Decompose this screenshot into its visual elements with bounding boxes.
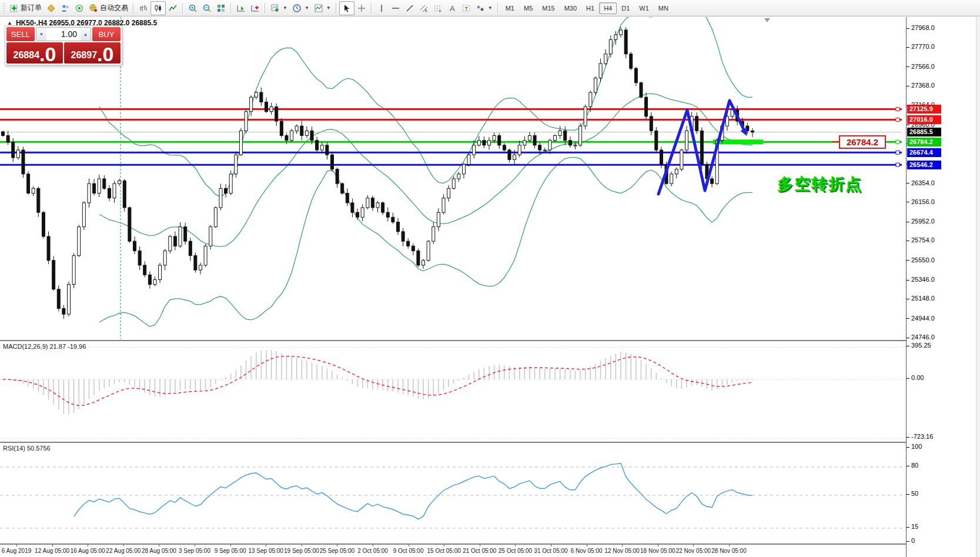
volume-decrease-button[interactable]: ▼ [36, 28, 46, 41]
timeframe-m5-button[interactable]: M5 [519, 2, 537, 14]
candle-down [62, 308, 65, 314]
candle-up [98, 179, 101, 193]
cursor-button[interactable] [339, 1, 354, 15]
timeframe-m15-button[interactable]: M15 [537, 2, 559, 14]
trendline-button[interactable] [403, 2, 417, 15]
arrows-button[interactable]: ▼ [473, 2, 495, 15]
text-button[interactable]: A [445, 2, 459, 15]
text-label-button[interactable]: T [459, 2, 473, 15]
price-axis-tick: 26354.0 [907, 179, 935, 186]
signals-button[interactable] [72, 2, 86, 15]
tile-windows-button[interactable] [214, 2, 228, 15]
price-level-label: 26546.2 [907, 161, 941, 169]
candle-down [275, 107, 278, 121]
timeframe-w1-button[interactable]: W1 [634, 2, 654, 14]
line-endpoint-marker[interactable] [896, 140, 899, 144]
buy-price-display[interactable]: 26897.0 [64, 42, 121, 64]
new-chart-dropdown-icon[interactable]: ▼ [283, 5, 287, 11]
line-endpoint-marker[interactable] [896, 163, 899, 166]
time-axis-label: 22 Nov 05:00 [676, 548, 711, 554]
rsi-axis-tick: 50 [907, 490, 918, 497]
autotrading-label: 自动交易 [100, 3, 128, 13]
vertical-line-button[interactable] [374, 2, 389, 15]
sell-price-display[interactable]: 26884.0 [6, 42, 63, 64]
candle-down [189, 241, 192, 255]
candle-up [214, 208, 217, 227]
chart-shift-marker[interactable] [764, 18, 770, 22]
arrows-dropdown-icon[interactable]: ▼ [488, 5, 493, 11]
crosshair-button[interactable] [354, 2, 369, 15]
price-axis[interactable]: 27968.027770.027566.027368.027164.026960… [906, 17, 980, 557]
new-chart-button[interactable]: ▼ [268, 2, 290, 15]
time-axis-label: 18 Nov 05:00 [640, 548, 675, 554]
candlestick-chart-button[interactable] [150, 1, 166, 15]
candle-down [568, 141, 571, 145]
candlestick-chart-canvas[interactable] [0, 17, 906, 339]
indicators-button[interactable]: ▼ [312, 2, 333, 15]
sell-price-pips: .0 [39, 45, 56, 63]
tick-value: 25550.0 [911, 256, 935, 264]
line-endpoint-marker[interactable] [896, 118, 899, 121]
candle-down [128, 208, 131, 241]
price-label-annotation[interactable]: 26784.2 [839, 135, 886, 149]
macd-canvas [0, 341, 906, 442]
zoom-in-button[interactable] [186, 2, 200, 15]
main-chart-panel[interactable]: ▲ HK50-,H4 26955.0 26977.0 26882.0 26885… [0, 17, 906, 339]
equidistant-channel-button[interactable]: E [417, 2, 431, 15]
candle-up [32, 188, 35, 193]
autotrading-button[interactable]: 自动交易 [86, 2, 131, 15]
buy-button[interactable]: BUY [92, 27, 121, 41]
candle-up [457, 174, 460, 179]
candle-up [270, 107, 273, 112]
bar-chart-button[interactable] [136, 2, 150, 15]
turning-point-annotation[interactable]: 多空转折点 [777, 174, 862, 195]
candle-down [42, 212, 45, 236]
candle-down [630, 54, 633, 68]
line-endpoint-marker[interactable] [896, 151, 899, 154]
market-history-button[interactable] [44, 2, 58, 15]
time-axis-tick [373, 545, 373, 546]
time-axis[interactable]: 6 Aug 201912 Aug 05:0016 Aug 05:0022 Aug… [0, 543, 906, 557]
macd-panel[interactable]: MACD(12,26,9) 21.87 -19.96 [0, 340, 906, 442]
new-order-button[interactable]: 新订单 [7, 2, 44, 15]
timeframe-d1-button[interactable]: D1 [617, 2, 634, 14]
line-endpoint-marker[interactable] [896, 107, 899, 111]
experts-button[interactable] [58, 2, 72, 15]
hline-icon [391, 4, 400, 13]
indicators-dropdown-icon[interactable]: ▼ [326, 5, 331, 11]
chart-shift-button[interactable] [248, 2, 262, 15]
zoom-out-button[interactable] [200, 2, 214, 15]
candle-down [148, 275, 151, 284]
timeframe-h4-button[interactable]: H4 [599, 2, 617, 14]
timeframe-m1-button[interactable]: M1 [501, 2, 519, 14]
periods-dropdown-icon[interactable]: ▼ [305, 5, 309, 11]
timeframe-m30-button[interactable]: M30 [560, 2, 581, 14]
time-axis-tick [88, 545, 88, 546]
candle-up [599, 64, 602, 78]
candle-up [153, 279, 156, 284]
auto-scroll-button[interactable] [234, 2, 248, 15]
horizontal-line-button[interactable] [389, 2, 403, 15]
rsi-panel[interactable]: RSI(14) 50.5756 [0, 442, 906, 543]
timeframe-h1-button[interactable]: H1 [581, 2, 599, 14]
tick-value: 25346.0 [911, 276, 935, 283]
candle-up [488, 141, 491, 145]
tick-value: 24746.0 [911, 333, 935, 341]
volume-input[interactable]: 1.00 [46, 28, 81, 41]
shapes-icon [476, 4, 485, 13]
crosshair-icon [357, 4, 366, 13]
sell-button[interactable]: SELL [6, 27, 35, 41]
candle-up [229, 174, 232, 194]
toolbar-separator [230, 3, 232, 14]
one-click-trading-panel: SELL ▼ 1.00 ▲ BUY 26884.0 26897.0 [5, 25, 122, 65]
tick-value: 395.25 [911, 342, 931, 349]
candle-down [280, 121, 283, 135]
line-chart-button[interactable] [166, 2, 180, 15]
periods-button[interactable]: ▼ [290, 2, 312, 15]
fibonacci-button[interactable]: F [431, 2, 445, 15]
candle-up [493, 136, 496, 141]
timeframe-mn-button[interactable]: MN [654, 2, 673, 14]
candle-up [548, 141, 551, 150]
buy-price-main: 26897 [71, 48, 98, 63]
volume-increase-button[interactable]: ▲ [81, 28, 91, 41]
